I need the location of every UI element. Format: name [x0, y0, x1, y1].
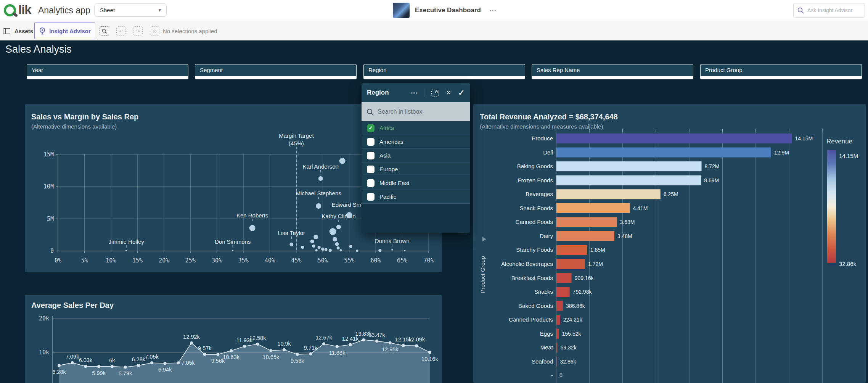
region-listbox-popup: Region ⋯ ⊘ ✕ ✓ ✓ Africa Americas Asia Eu… — [362, 83, 470, 233]
svg-text:Jimmie Holley: Jimmie Holley — [108, 238, 144, 245]
svg-text:55%: 55% — [344, 257, 354, 264]
search-input[interactable] — [807, 7, 857, 13]
checkbox-icon — [367, 152, 375, 159]
svg-text:12.95k: 12.95k — [382, 346, 399, 352]
app-title: Analytics app — [38, 5, 90, 16]
svg-text:12.67k: 12.67k — [315, 335, 332, 341]
svg-text:Breakfast Foods: Breakfast Foods — [511, 275, 553, 281]
svg-text:15M: 15M — [43, 151, 54, 158]
listbox-search[interactable] — [362, 102, 470, 121]
top-bar: lik Analytics app Sheet ▾ Executive Dash… — [0, 0, 868, 21]
listbox-item-asia[interactable]: Asia — [362, 149, 470, 163]
magnifier-glyph — [102, 29, 107, 34]
filter-label: Sales Rep Name — [532, 64, 693, 73]
dashboard-thumbnail[interactable] — [393, 3, 410, 18]
undo-icon[interactable]: ↶ — [116, 26, 126, 36]
svg-text:0: 0 — [559, 372, 563, 378]
svg-text:Dairy: Dairy — [540, 233, 553, 239]
listbox-clear-icon[interactable]: ⊘ — [431, 89, 439, 97]
svg-text:10.65k: 10.65k — [263, 354, 280, 360]
filter-scrollbar — [27, 76, 188, 79]
svg-text:60%: 60% — [371, 257, 381, 264]
filter-label: Region — [364, 64, 525, 73]
svg-text:7.09k: 7.09k — [66, 354, 79, 360]
svg-text:10k: 10k — [39, 349, 49, 356]
svg-text:10%: 10% — [106, 257, 116, 264]
dashboard-header: Executive Dashboard ⋯ — [393, 2, 497, 18]
listbox-item-americas[interactable]: Americas — [362, 135, 470, 149]
svg-text:Beverages: Beverages — [526, 191, 553, 197]
svg-text:Eggs: Eggs — [540, 330, 553, 337]
svg-text:Michael Stephens: Michael Stephens — [296, 190, 341, 196]
insight-advisor-search[interactable] — [793, 3, 865, 18]
svg-text:155.52k: 155.52k — [562, 331, 582, 337]
svg-text:1.72M: 1.72M — [588, 261, 603, 267]
listbox-item-label: Middle East — [379, 180, 409, 186]
svg-text:5%: 5% — [81, 257, 88, 264]
sheet-selector[interactable]: Sheet ▾ — [94, 3, 167, 17]
search-selections-icon[interactable] — [100, 26, 109, 36]
bar-chart-card: Total Revenue Analyzed = $68,374,648 (Al… — [473, 104, 866, 383]
filter-region[interactable]: Region — [363, 64, 525, 79]
checkbox-icon — [367, 166, 375, 173]
qlik-logo-tail — [13, 12, 18, 17]
svg-text:5.99k: 5.99k — [92, 370, 106, 376]
svg-text:0%: 0% — [55, 257, 61, 264]
listbox-more-icon[interactable]: ⋯ — [411, 89, 417, 97]
filter-scrollbar — [364, 76, 525, 79]
svg-text:50%: 50% — [318, 257, 328, 264]
filter-scrollbar — [701, 76, 862, 79]
svg-text:6.28k: 6.28k — [52, 369, 66, 375]
assets-button[interactable]: Assets — [3, 21, 33, 41]
listbox-item-middle-east[interactable]: Middle East — [362, 176, 470, 190]
filter-product-group[interactable]: Product Group — [700, 64, 862, 79]
filter-year[interactable]: Year — [27, 64, 188, 79]
listbox-item-europe[interactable]: Europe — [362, 163, 470, 176]
bar-plot[interactable]: Produce14.15MDeli12.9MBaking Goods8.72MF… — [473, 104, 866, 383]
listbox-confirm-icon[interactable]: ✓ — [458, 88, 465, 97]
insight-advisor-label: Insight Advisor — [49, 28, 91, 34]
filter-label: Product Group — [701, 64, 862, 73]
svg-text:Revenue: Revenue — [826, 138, 852, 145]
svg-text:59.32k: 59.32k — [561, 344, 577, 351]
sheet-title: Sales Analysis — [5, 43, 72, 55]
svg-text:10.16k: 10.16k — [421, 356, 438, 362]
svg-text:6.03k: 6.03k — [79, 357, 93, 363]
svg-text:1.85M: 1.85M — [590, 247, 605, 253]
svg-text:3.48M: 3.48M — [617, 233, 632, 239]
svg-text:14.15M: 14.15M — [839, 153, 858, 159]
clear-selections-icon[interactable]: ⊘ — [150, 26, 159, 36]
svg-text:35%: 35% — [238, 257, 248, 264]
svg-text:Baked Goods: Baked Goods — [518, 303, 553, 309]
checkbox-icon — [367, 193, 375, 201]
svg-text:Snack Foods: Snack Foods — [519, 205, 553, 211]
svg-text:-: - — [551, 372, 553, 378]
listbox-close-icon[interactable]: ✕ — [446, 89, 451, 97]
sheet-selector-value: Sheet — [100, 7, 115, 13]
filter-label: Year — [27, 64, 188, 73]
svg-text:15%: 15% — [132, 257, 143, 264]
svg-text:4.41M: 4.41M — [633, 205, 648, 211]
more-options-icon[interactable]: ⋯ — [489, 6, 497, 15]
listbox-search-input[interactable] — [378, 108, 458, 115]
filter-sales-rep-name[interactable]: Sales Rep Name — [532, 64, 693, 79]
checkbox-checked-icon: ✓ — [367, 124, 375, 132]
checkbox-icon — [367, 138, 375, 146]
svg-text:5.79k: 5.79k — [119, 370, 132, 377]
svg-text:Meat: Meat — [540, 344, 553, 351]
svg-text:65%: 65% — [397, 257, 407, 264]
listbox-item-pacific[interactable]: Pacific — [362, 190, 470, 204]
svg-text:3.63M: 3.63M — [620, 219, 635, 225]
svg-text:Frozen Foods: Frozen Foods — [518, 177, 553, 183]
qlik-logo-text: lik — [18, 3, 31, 17]
svg-text:Ken Roberts: Ken Roberts — [236, 212, 268, 219]
listbox-item-africa[interactable]: ✓ Africa — [362, 121, 470, 135]
area-line-plot[interactable]: 20k10k6.28k7.09k6.03k5.99k6k5.79k6.28k7.… — [25, 295, 442, 383]
svg-text:Lisa Taylor: Lisa Taylor — [278, 230, 305, 236]
redo-icon[interactable]: ↷ — [133, 26, 143, 36]
filter-segment[interactable]: Segment — [195, 64, 357, 79]
insight-advisor-button[interactable]: Insight Advisor — [34, 23, 95, 39]
search-icon — [797, 7, 804, 14]
svg-text:9.71k: 9.71k — [304, 345, 318, 351]
svg-text:12.58k: 12.58k — [249, 335, 266, 341]
